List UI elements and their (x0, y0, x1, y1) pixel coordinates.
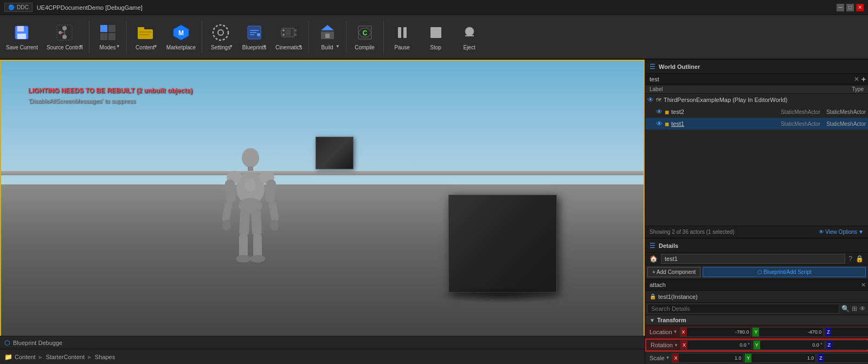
close-button[interactable]: ✕ (856, 4, 864, 11)
details-panel: ☰ Details 🏠 ? 🔒 + Add Component ⬡ Bluepr… (645, 239, 868, 364)
visibility-icon[interactable]: 👁 (656, 108, 663, 116)
svg-rect-56 (251, 209, 262, 237)
title-bar-left: 🔵 DDC UE4CPPDocumentDemo [DebugGame] (4, 3, 143, 12)
scale-label: Scale ▼ (650, 355, 670, 361)
bottom-bar: 📁 Content ► StarterContent ► Shapes (0, 349, 645, 364)
breadcrumb-starter-content[interactable]: StarterContent (46, 354, 85, 360)
marketplace-button[interactable]: M Marketplace (163, 17, 200, 57)
scale-z-input[interactable] (824, 355, 868, 361)
rotation-dropdown-arrow[interactable]: ▼ (674, 343, 678, 348)
toolbar-sep-1 (89, 21, 89, 53)
help-button[interactable]: ? (848, 255, 852, 263)
pause-button[interactable]: Pause (386, 17, 419, 57)
scale-z-field[interactable]: Z (817, 353, 868, 363)
rotation-z-field[interactable]: Z (826, 340, 868, 350)
actor-name-input[interactable] (661, 254, 845, 264)
rotation-z-input[interactable] (832, 342, 868, 348)
minimize-button[interactable]: ─ (837, 4, 844, 11)
eye-icon[interactable]: 👁 (859, 305, 866, 312)
maximize-button[interactable]: □ (846, 4, 854, 11)
location-fields: X Y Z (680, 327, 868, 337)
outliner-search-clear[interactable]: ✕ (854, 75, 859, 83)
transform-collapse-icon[interactable]: ▼ (650, 317, 655, 323)
eject-button[interactable]: Eject (453, 17, 486, 57)
grid-icon[interactable]: ⊞ (852, 305, 857, 312)
details-search-input[interactable] (647, 304, 839, 314)
settings-arrow: ▼ (229, 44, 233, 49)
location-x-field[interactable]: X (680, 327, 751, 337)
rotation-y-input[interactable] (760, 342, 824, 348)
content-button[interactable]: Content ▼ (129, 17, 162, 57)
outliner-row-mesh-icon: ◼ (665, 121, 669, 127)
outliner-row[interactable]: 👁 ◼ test1 StaticMeshActor StaticMeshActo… (645, 118, 868, 130)
blueprint-script-button[interactable]: ⬡ Blueprint/Add Script (703, 267, 866, 277)
outliner-row-mesh-icon: ◼ (665, 109, 669, 115)
breadcrumb-shapes[interactable]: Shapes (95, 354, 115, 360)
location-z-field[interactable]: Z (825, 327, 868, 337)
scale-y-field[interactable]: Y (744, 353, 816, 363)
scale-y-input[interactable] (751, 355, 815, 361)
modes-arrow: ▼ (116, 44, 120, 49)
transform-section: ▼ Transform Location ▼ X (645, 315, 868, 364)
breadcrumb-content[interactable]: Content (15, 354, 36, 360)
outliner-row[interactable]: 👁 🗺 ThirdPersonExampleMap (Play In Edito… (645, 94, 868, 106)
blueprints-button[interactable]: Blueprints ▼ (238, 17, 271, 57)
location-y-field[interactable]: Y (752, 327, 824, 337)
x-axis-label: X (680, 328, 687, 336)
location-z-input[interactable] (832, 329, 868, 335)
transform-title: Transform (657, 317, 686, 323)
visibility-icon[interactable]: 👁 (656, 120, 663, 127)
outliner-add-button[interactable]: + (861, 75, 866, 84)
z-axis-label: Z (818, 354, 824, 362)
details-action-bar: + Add Component ⬡ Blueprint/Add Script (645, 265, 868, 279)
compile-button[interactable]: C Compile (349, 17, 381, 57)
visibility-icon[interactable]: 👁 (647, 96, 654, 104)
view-options-button[interactable]: 👁 View Options ▼ (819, 229, 864, 235)
svg-rect-44 (248, 167, 253, 171)
scale-x-input[interactable] (679, 355, 743, 361)
save-current-button[interactable]: Save Current (2, 17, 42, 57)
details-panel-icon: ☰ (650, 242, 655, 250)
breadcrumb-sep-2: ► (87, 354, 93, 360)
svg-rect-39 (403, 27, 407, 38)
outliner-col-type: Type (799, 86, 864, 92)
settings-button[interactable]: Settings ▼ (204, 17, 237, 57)
location-x-input[interactable] (687, 329, 751, 335)
lock-button[interactable]: 🔒 (856, 255, 864, 263)
svg-rect-34 (325, 34, 330, 38)
modes-button[interactable]: Modes ▼ (92, 17, 124, 57)
stop-icon (426, 23, 446, 42)
svg-point-30 (282, 34, 285, 36)
scale-x-field[interactable]: X (672, 353, 743, 363)
rotation-x-input[interactable] (687, 342, 751, 348)
svg-point-61 (245, 178, 256, 191)
toolbar-sep-2 (126, 21, 127, 53)
add-component-button[interactable]: + Add Component (647, 267, 700, 277)
svg-rect-9 (100, 25, 107, 32)
stop-button[interactable]: Stop (420, 17, 452, 57)
scale-dropdown-arrow[interactable]: ▼ (666, 355, 670, 360)
outliner-status-text: Showing 2 of 36 actors (1 selected) (650, 229, 816, 235)
rotation-x-field[interactable]: X (680, 340, 752, 350)
location-dropdown-arrow[interactable]: ▼ (673, 329, 678, 334)
search-icon[interactable]: 🔍 (841, 305, 850, 312)
location-y-input[interactable] (759, 329, 823, 335)
svg-point-4 (62, 35, 67, 39)
outliner-search-input[interactable] (647, 75, 852, 84)
large-cube (448, 195, 557, 292)
cinematics-button[interactable]: Cinematics ▼ (272, 17, 306, 57)
build-button[interactable]: Build ▼ (311, 17, 344, 57)
breadcrumb-sep-1: ► (38, 354, 44, 360)
svg-rect-10 (108, 25, 115, 32)
svg-rect-1 (17, 26, 24, 31)
outliner-row[interactable]: 👁 ◼ test2 StaticMeshActor StaticMeshActo… (645, 106, 868, 118)
settings-label: Settings (211, 44, 230, 51)
rotation-y-field[interactable]: Y (753, 340, 825, 350)
viewport[interactable]: LIGHTING NEEDS TO BE REBUILT (2 unbuilt … (0, 60, 645, 336)
details-filter-input[interactable] (647, 280, 859, 289)
x-axis-label: X (681, 341, 687, 349)
filter-clear-icon[interactable]: ✕ (861, 282, 866, 289)
source-control-button[interactable]: Source Control ▼ (43, 17, 87, 57)
scale-row: Scale ▼ X Y Z (645, 352, 868, 364)
title-bar-controls: ─ □ ✕ (837, 4, 864, 11)
